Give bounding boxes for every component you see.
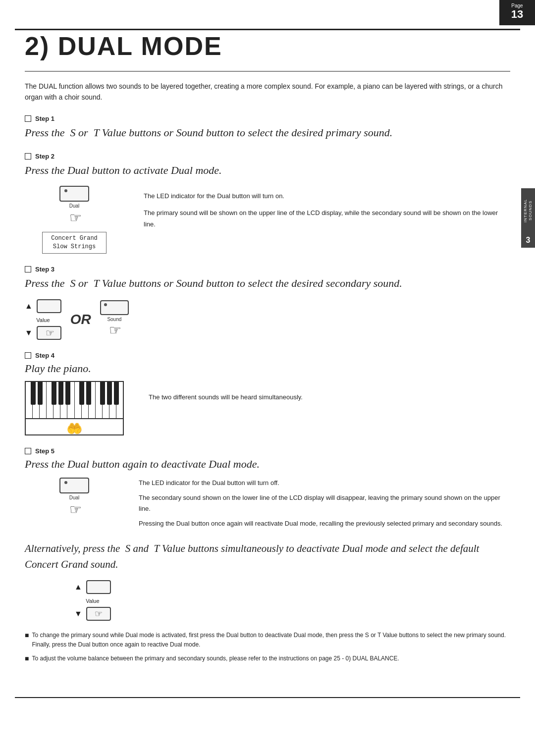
piano-hands-icon: 🤲 <box>26 419 123 435</box>
alt-value-down-btn[interactable]: ☞ <box>86 607 111 621</box>
step5-right-text3: Pressing the Dual button once again will… <box>139 518 510 529</box>
step5-label: Step 5 <box>35 447 54 455</box>
step5-block: Step 5 Press the Dual button again to de… <box>25 447 510 529</box>
step4-text: Play the piano. <box>25 362 134 375</box>
alternatively-block: Alternatively, press the S and T Value b… <box>25 541 510 621</box>
white-key-2 <box>33 382 40 418</box>
step4-layout: Play the piano. <box>25 362 510 435</box>
step5-hand-icon: ☞ <box>69 501 82 518</box>
step3-label: Step 3 <box>35 266 54 273</box>
step2-right-text1: The LED indicator for the Dual button wi… <box>144 191 510 202</box>
white-key-5 <box>54 382 60 418</box>
page-title: 2) DUAL MODE <box>25 31 510 61</box>
alt-value-label: Value <box>86 598 99 604</box>
step4-right-text: The two different sounds will be heard s… <box>149 392 510 403</box>
step4-label: Step 4 <box>35 352 54 359</box>
dual-button-label: Dual <box>69 203 80 209</box>
piano-keyboard-illus: 🤲 <box>25 381 124 435</box>
value-or-row: ▲ Value ▼ ☞ OR <box>25 299 129 340</box>
step3-text: Press the S or T Value buttons or Sound … <box>25 276 510 291</box>
step5-dual-led <box>64 481 67 484</box>
step5-right: The LED indicator for the Dual button wi… <box>139 478 510 529</box>
step1-text: Press the S or T Value buttons or Sound … <box>25 125 510 141</box>
value-buttons: ▲ Value ▼ ☞ <box>25 299 61 340</box>
page-number: 13 <box>503 8 531 20</box>
sound-label: Sound <box>107 317 121 322</box>
step5-dual-button <box>59 478 89 493</box>
side-tab-label: INTERNAL SOUNDS <box>521 188 535 233</box>
note-item-1: ■ To change the primary sound while Dual… <box>25 631 510 649</box>
note-bullet-2: ■ <box>25 654 29 664</box>
step2-header: Step 2 <box>25 153 510 160</box>
white-key-13 <box>109 382 116 418</box>
step4-right: The two different sounds will be heard s… <box>149 362 510 403</box>
white-key-12 <box>103 382 109 418</box>
dual-button-illus <box>59 186 89 202</box>
value-up-btn[interactable] <box>37 299 61 313</box>
step3-layout: ▲ Value ▼ ☞ OR <box>25 299 510 340</box>
white-key-14 <box>116 382 123 418</box>
hand-point-icon: ☞ <box>69 210 82 226</box>
lcd-line1: Concert Grand <box>49 234 100 243</box>
note-text-2: To adjust the volume balance between the… <box>32 654 399 664</box>
step3-header: Step 3 <box>25 266 510 273</box>
step1-block: Step 1 Press the S or T Value buttons or… <box>25 115 510 141</box>
hand-point-sound-icon: ☞ <box>109 322 121 338</box>
main-content: 2) DUAL MODE The DUAL function allows tw… <box>0 31 535 687</box>
step1-checkbox <box>25 115 31 122</box>
hand-point-down-icon: ☞ <box>46 327 54 339</box>
step4-block: Step 4 Play the piano. <box>25 352 510 435</box>
alternatively-text: Alternatively, press the S and T Value b… <box>25 541 510 572</box>
step5-text: Press the Dual button again to deactivat… <box>25 458 510 471</box>
side-tab-number: 3 <box>521 233 535 248</box>
or-text: OR <box>70 312 91 327</box>
step3-checkbox <box>25 266 31 272</box>
alt-value-buttons: ▲ Value ▼ ☞ <box>74 580 111 621</box>
white-key-1 <box>26 382 33 418</box>
step3-block: Step 3 Press the S or T Value buttons or… <box>25 266 510 340</box>
value-down-btn[interactable]: ☞ <box>37 326 61 340</box>
step4-left: Play the piano. <box>25 362 134 435</box>
white-key-10 <box>89 382 96 418</box>
bottom-rule <box>15 697 520 698</box>
top-rule <box>15 29 520 30</box>
step2-right-text2: The primary sound will be shown on the u… <box>144 208 510 229</box>
step5-left: Dual ☞ <box>25 478 124 518</box>
dual-button-led <box>64 189 67 192</box>
alt-hand-icon: ☞ <box>95 608 103 619</box>
white-key-4 <box>47 382 54 418</box>
note-item-2: ■ To adjust the volume balance between t… <box>25 654 510 664</box>
alt-value-up-btn[interactable] <box>86 580 111 594</box>
white-key-3 <box>40 382 47 418</box>
step2-layout: Dual ☞ Concert Grand Slow Strings The LE… <box>25 186 510 254</box>
white-key-7 <box>67 382 74 418</box>
step5-right-text2: The secondary sound shown on the lower l… <box>139 492 510 514</box>
step2-block: Step 2 Press the Dual button to activate… <box>25 153 510 254</box>
intro-text: The DUAL function allows two sounds to b… <box>25 81 510 103</box>
lcd-line2: Slow Strings <box>49 243 100 251</box>
notes-section: ■ To change the primary sound while Dual… <box>25 631 510 663</box>
step1-header: Step 1 <box>25 115 510 122</box>
step2-right: The LED indicator for the Dual button wi… <box>144 186 510 229</box>
white-key-11 <box>96 382 103 418</box>
side-tab-text: INTERNAL SOUNDS <box>523 194 534 227</box>
step2-label: Step 2 <box>35 153 54 160</box>
step2-checkbox <box>25 153 31 160</box>
note-text-1: To change the primary sound while Dual m… <box>32 631 510 649</box>
step4-checkbox <box>25 352 31 359</box>
sound-button-wrap: Sound ☞ <box>100 300 129 338</box>
step3-left: ▲ Value ▼ ☞ OR <box>25 299 154 340</box>
step5-layout: Dual ☞ The LED indicator for the Dual bu… <box>25 478 510 529</box>
step2-left: Dual ☞ Concert Grand Slow Strings <box>25 186 124 254</box>
white-key-6 <box>60 382 67 418</box>
white-key-9 <box>82 382 89 418</box>
note-bullet-1: ■ <box>25 631 29 649</box>
step5-checkbox <box>25 448 31 454</box>
step5-dual-label: Dual <box>69 495 80 500</box>
value-label: Value <box>36 317 50 323</box>
step4-header: Step 4 <box>25 352 510 359</box>
piano-white-keys <box>26 382 123 419</box>
step5-header: Step 5 <box>25 447 510 455</box>
lcd-display: Concert Grand Slow Strings <box>42 232 107 254</box>
page-tab: Page 13 <box>499 0 535 25</box>
